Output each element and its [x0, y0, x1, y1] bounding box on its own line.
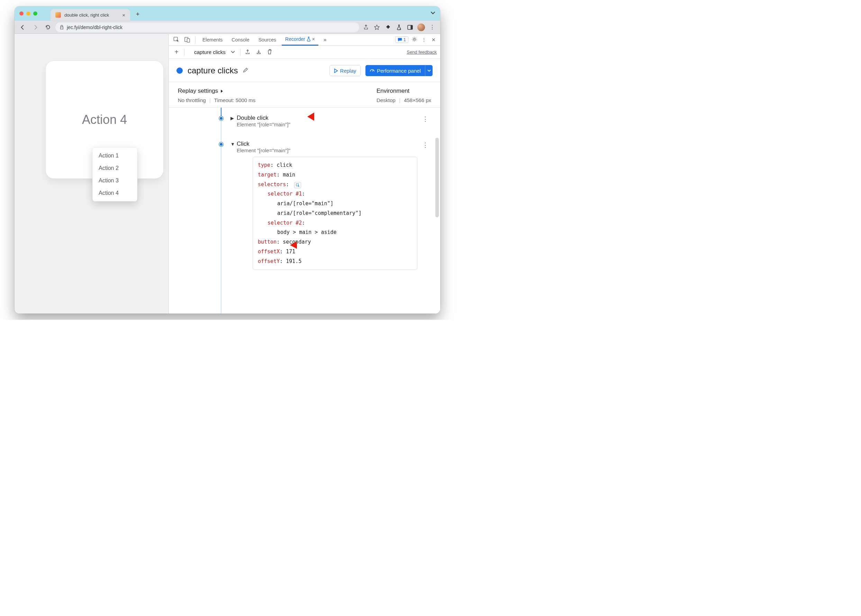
step-row[interactable]: ▼ Click Element "[role="main"]" ⋮ type: …: [216, 138, 440, 272]
context-menu[interactable]: Action 1 Action 2 Action 3 Action 4: [93, 148, 137, 201]
send-feedback-link[interactable]: Send feedback: [407, 49, 437, 55]
new-recording-button[interactable]: +: [172, 48, 181, 57]
import-icon[interactable]: [255, 49, 262, 55]
address-bar: jec.fyi/demo/dbl-right-click ⋮: [14, 21, 440, 34]
tab-recorder-label: Recorder: [285, 36, 305, 42]
context-menu-item[interactable]: Action 4: [93, 187, 137, 200]
detail-key: selector #2: [267, 220, 302, 226]
steps-list: ▶ Double click Element "[role="main"]" ⋮…: [169, 108, 440, 314]
side-panel-icon[interactable]: [406, 24, 414, 31]
replay-label: Replay: [340, 68, 357, 74]
step-row[interactable]: ▶ Double click Element "[role="main"]" ⋮: [216, 113, 440, 129]
performance-panel-button[interactable]: Performance panel: [365, 65, 425, 76]
recording-header: capture clicks Replay Performance panel: [169, 59, 440, 82]
close-tab-icon[interactable]: ×: [122, 12, 125, 18]
step-subtitle: Element "[role="main"]": [237, 148, 430, 153]
detail-value: body > main > aside: [258, 228, 412, 237]
play-icon: [334, 69, 338, 73]
recording-select[interactable]: capture clicks: [194, 49, 226, 55]
detail-key: button: [258, 239, 277, 245]
detail-key: selector #1: [267, 191, 302, 197]
window-controls[interactable]: [19, 11, 38, 16]
tab-elements[interactable]: Elements: [199, 34, 226, 46]
settings-gear-icon[interactable]: [410, 36, 418, 43]
share-icon[interactable]: [362, 24, 369, 31]
maximize-window-icon[interactable]: [33, 11, 38, 16]
lock-icon: [60, 25, 64, 30]
context-menu-item[interactable]: Action 1: [93, 149, 137, 162]
chevron-down-icon[interactable]: [229, 49, 237, 55]
close-window-icon[interactable]: [19, 11, 24, 16]
context-menu-item[interactable]: Action 3: [93, 174, 137, 187]
step-title: Click: [237, 140, 430, 148]
expand-caret-icon[interactable]: ▶: [231, 116, 234, 121]
context-menu-item[interactable]: Action 2: [93, 162, 137, 174]
recorder-toolbar: + capture clicks Send feedback: [169, 46, 440, 59]
timeline-node-icon: [219, 142, 223, 146]
new-tab-button[interactable]: +: [133, 9, 143, 19]
labs-flask-icon[interactable]: [395, 24, 403, 31]
performance-label: Performance panel: [377, 68, 421, 74]
tab-console[interactable]: Console: [228, 34, 253, 46]
omnibox[interactable]: jec.fyi/demo/dbl-right-click: [55, 22, 359, 32]
replay-settings-label: Replay settings: [178, 88, 218, 94]
chrome-menu-icon[interactable]: ⋮: [429, 24, 436, 31]
timeout-value: Timeout: 5000 ms: [214, 97, 256, 103]
dimensions-value: 458×566 px: [404, 97, 431, 103]
replay-settings-toggle[interactable]: Replay settings: [178, 88, 255, 94]
collapse-caret-icon[interactable]: ▼: [231, 141, 235, 147]
edit-title-icon[interactable]: [243, 67, 248, 74]
step-menu-icon[interactable]: ⋮: [422, 115, 429, 123]
detail-key: offsetX: [258, 248, 280, 255]
tab-sources[interactable]: Sources: [255, 34, 280, 46]
annotation-arrow-icon: [307, 110, 325, 123]
detail-value: 191.5: [286, 258, 302, 264]
device-toolbar-icon[interactable]: [183, 35, 192, 44]
favicon-icon: [55, 12, 61, 18]
url-text: jec.fyi/demo/dbl-right-click: [67, 25, 123, 30]
export-icon[interactable]: [244, 49, 251, 55]
inspect-element-icon[interactable]: [172, 35, 181, 44]
browser-tab[interactable]: double click, right click ×: [50, 9, 130, 21]
step-detail: type: click target: main selectors: sele…: [253, 157, 417, 270]
tab-title: double click, right click: [64, 13, 119, 18]
minimize-window-icon[interactable]: [26, 11, 30, 16]
selector-picker-icon[interactable]: [294, 182, 301, 188]
replay-settings: Replay settings No throttling | Timeout:…: [169, 82, 440, 108]
environment-label: Environment: [377, 88, 409, 94]
tab-recorder[interactable]: Recorder ×: [282, 34, 318, 46]
step-title: Double click: [237, 115, 430, 121]
step-menu-icon[interactable]: ⋮: [422, 141, 429, 149]
collapse-chevron-icon[interactable]: [430, 10, 435, 17]
issues-count: 1: [404, 37, 406, 42]
issues-badge[interactable]: 1: [395, 36, 409, 43]
devtools-tab-bar: Elements Console Sources Recorder × » 1: [169, 34, 440, 46]
page-viewport[interactable]: Action 4 Action 1 Action 2 Action 3 Acti…: [14, 34, 169, 314]
svg-point-6: [413, 38, 415, 40]
devtools-menu-icon[interactable]: ⋮: [420, 37, 428, 42]
bookmark-star-icon[interactable]: [373, 24, 381, 31]
annotation-arrow-icon: [290, 239, 308, 251]
performance-dropdown-icon[interactable]: [425, 65, 432, 76]
delete-icon[interactable]: [266, 49, 274, 55]
profile-avatar[interactable]: [417, 24, 425, 31]
close-panel-icon[interactable]: ×: [312, 36, 315, 42]
reload-button[interactable]: [43, 22, 53, 32]
timeline-node-icon: [219, 116, 223, 121]
gauge-icon: [369, 68, 375, 73]
svg-rect-2: [411, 25, 413, 30]
replay-button[interactable]: Replay: [330, 65, 361, 76]
close-devtools-icon[interactable]: ✕: [430, 37, 437, 42]
more-tabs-icon[interactable]: »: [321, 35, 330, 44]
browser-window: double click, right click × + jec.fyi/de…: [14, 6, 440, 314]
detail-key: offsetY: [258, 258, 280, 264]
step-subtitle: Element "[role="main"]": [237, 121, 430, 127]
svg-point-0: [400, 28, 401, 29]
forward-button[interactable]: [30, 22, 40, 32]
back-button[interactable]: [18, 22, 28, 32]
devtools-panel: Elements Console Sources Recorder × » 1: [169, 34, 440, 314]
chevron-right-icon: [220, 89, 223, 93]
extensions-icon[interactable]: [384, 24, 392, 31]
detail-value: aria/[role="main"]: [258, 199, 412, 209]
chat-icon: [398, 38, 402, 42]
